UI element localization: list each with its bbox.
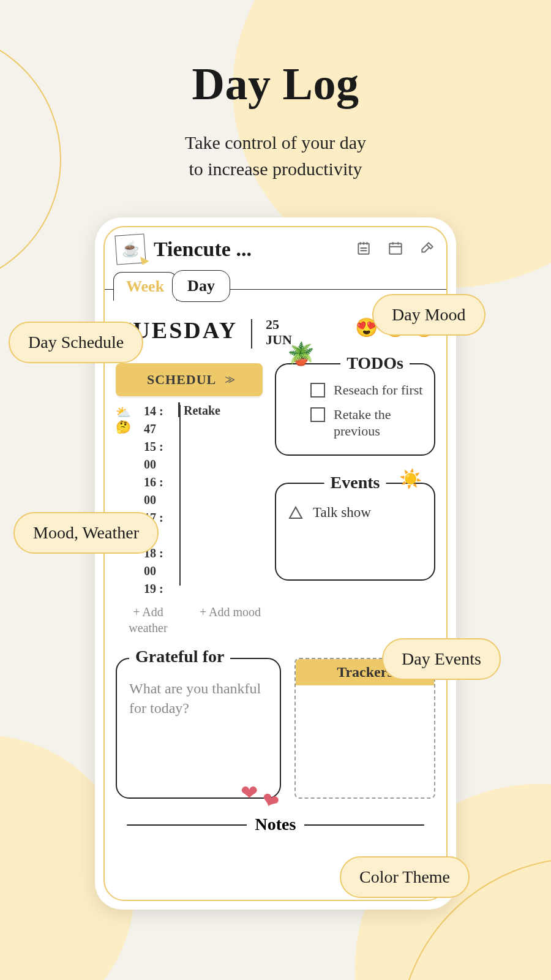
grateful-placeholder: What are you thankful for today? <box>129 675 268 718</box>
todo-item[interactable]: Reseach for first <box>286 378 424 402</box>
grateful-title: Grateful for <box>129 647 230 666</box>
timeline-line <box>179 405 181 586</box>
schedule-event[interactable]: Retake <box>178 402 220 417</box>
schedule-label: SCHEDUL <box>147 372 216 388</box>
calendar-icon[interactable] <box>388 240 403 258</box>
page-subtitle: Take control of your day to increase pro… <box>0 130 551 182</box>
plant-icon: 🪴 <box>287 341 315 367</box>
notebook-title[interactable]: Tiencute ... <box>154 238 347 261</box>
weather-mood-icons[interactable]: ⛅🤔 <box>116 402 144 598</box>
callout-color-theme: Color Theme <box>340 856 470 898</box>
svg-rect-0 <box>358 243 369 254</box>
events-title: Events <box>324 473 386 492</box>
tab-day[interactable]: Day <box>172 270 230 302</box>
chevron-right-icon: >> <box>225 373 231 387</box>
notes-title: Notes <box>247 815 305 834</box>
todo-text: Retake the previous <box>334 406 424 440</box>
callout-mood-weather: Mood, Weather <box>13 512 159 554</box>
schedule-button[interactable]: SCHEDUL >> <box>116 363 263 396</box>
svg-rect-1 <box>389 243 402 254</box>
page-title: Day Log <box>0 58 551 110</box>
callout-day-mood: Day Mood <box>372 294 485 336</box>
todo-item[interactable]: Retake the previous <box>286 402 424 443</box>
app-logo-icon[interactable] <box>114 233 146 265</box>
checkbox-icon[interactable] <box>310 407 325 422</box>
callout-day-events: Day Events <box>382 638 501 680</box>
callout-day-schedule: Day Schedule <box>9 322 143 363</box>
add-mood-button[interactable]: + Add mood <box>198 604 263 636</box>
add-weather-button[interactable]: + Add weather <box>116 604 181 636</box>
divider <box>251 319 252 349</box>
schedule-times: 14 : 47 15 : 00 16 : 00 17 : 00 18 : 00 … <box>144 402 174 598</box>
todos-title: TODOs <box>340 353 410 373</box>
event-text: Talk show <box>313 505 371 521</box>
event-item[interactable]: Talk show <box>286 497 424 528</box>
heart-icon: ❤❤ <box>241 780 275 805</box>
tools-icon[interactable] <box>419 240 435 258</box>
events-box: ☀️ Events Talk show <box>275 483 435 581</box>
todos-box: 🪴 TODOs Reseach for first Retake the pre… <box>275 363 435 456</box>
triangle-icon <box>288 506 303 519</box>
grateful-box[interactable]: Grateful for What are you thankful for t… <box>116 658 281 799</box>
sun-icon: ☀️ <box>399 468 422 489</box>
checkbox-icon[interactable] <box>310 383 325 398</box>
tab-week[interactable]: Week <box>113 272 177 301</box>
notes-icon[interactable] <box>356 240 372 258</box>
todo-text: Reseach for first <box>334 382 422 399</box>
